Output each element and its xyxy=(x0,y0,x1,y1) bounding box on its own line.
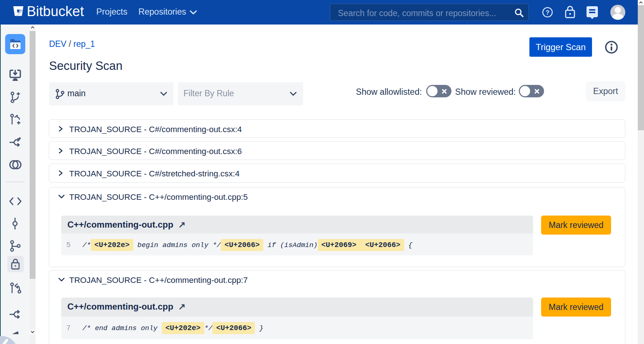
svg-text:?: ? xyxy=(546,9,549,16)
